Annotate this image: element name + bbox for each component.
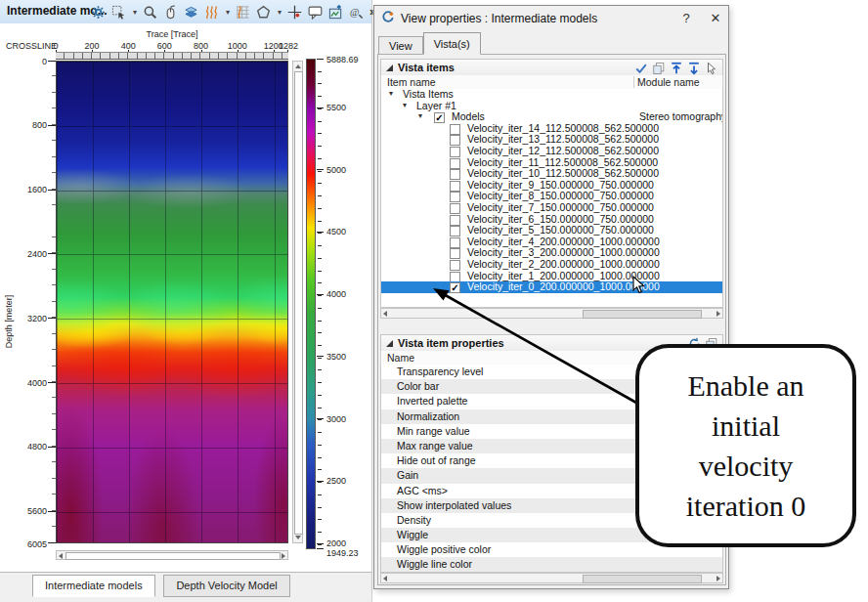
y-tick-mark (48, 318, 56, 319)
y-tick-mark (48, 253, 56, 254)
colorbar-label: 4500 (326, 227, 346, 236)
checkbox[interactable] (450, 124, 460, 135)
column-module-name[interactable]: Module name (637, 76, 700, 88)
dialog-tab-vistas[interactable]: Vista(s) (423, 32, 481, 55)
colorbar-label: 5500 (326, 103, 346, 112)
velocity-heatmap[interactable] (56, 61, 288, 543)
tree-item-velocity-iter-12[interactable]: Velocity_iter_12_112.500008_562.500000 (381, 146, 722, 157)
section-collapse-icon[interactable] (386, 64, 393, 71)
help-button[interactable]: ? (675, 11, 697, 25)
plot-vertical-scrollbar[interactable] (292, 61, 303, 543)
callout-line: Enable an (687, 366, 803, 406)
vista-items-tree: ▾Vista Items▾Layer #1▾✓ModelsStereo tomo… (380, 89, 723, 308)
zoom-icon[interactable] (143, 4, 157, 21)
scroll-thumb[interactable] (65, 552, 281, 560)
scroll-right-icon[interactable] (716, 311, 720, 317)
colorbar-tick-mark (317, 294, 324, 295)
crosshair-icon[interactable] (287, 4, 302, 21)
vista-items-section-header[interactable]: Vista items (380, 59, 723, 76)
scroll-left-icon[interactable] (59, 553, 63, 559)
dialog-titlebar[interactable]: View properties : Intermediate models ? … (374, 6, 728, 31)
select-tool-icon[interactable] (111, 4, 126, 21)
scroll-left-icon[interactable] (383, 576, 387, 581)
section-collapse-icon[interactable] (386, 340, 393, 347)
scroll-thumb[interactable] (294, 71, 303, 535)
dropdown-arrow-icon[interactable]: ▾ (226, 8, 230, 17)
move-bottom-icon[interactable] (687, 61, 701, 75)
scroll-up-icon[interactable] (295, 64, 301, 68)
dialog-tab-view[interactable]: View (378, 36, 423, 55)
plot-horizontal-scrollbar[interactable] (56, 550, 288, 560)
checkbox[interactable] (450, 248, 460, 259)
checkbox[interactable] (450, 181, 460, 192)
check-icon[interactable] (634, 61, 648, 75)
view-tab-depth-velocity-model[interactable]: Depth Velocity Model (163, 575, 289, 597)
scroll-down-icon[interactable] (295, 536, 301, 539)
mouse-tool-icon[interactable] (163, 4, 178, 21)
expander-icon[interactable]: ▾ (389, 89, 393, 100)
checkbox[interactable]: ✓ (450, 282, 460, 293)
checkbox[interactable] (450, 226, 460, 236)
trace-grid-icon[interactable] (236, 4, 250, 21)
tree-item-velocity-iter-0[interactable]: ✓Velocity_iter_0_200.000000_1000.000000 (381, 281, 722, 293)
y-tick-mark (48, 382, 56, 383)
scroll-right-icon[interactable] (716, 576, 720, 581)
vista-items-column-header[interactable]: Item name Module name (380, 75, 723, 90)
tree-item-velocity-iter-2[interactable]: Velocity_iter_2_200.000000_1000.000000 (381, 259, 722, 271)
colorbar-tick-mark (317, 59, 324, 60)
export-image-icon[interactable] (328, 4, 343, 21)
expander-icon[interactable]: ▾ (403, 100, 407, 111)
y-tick-label: 4000 (4, 378, 47, 388)
checkbox[interactable] (450, 192, 460, 202)
column-item-name[interactable]: Item name (387, 76, 436, 88)
gear-icon[interactable] (91, 4, 106, 21)
property-row-wiggle-line-color[interactable]: Wiggle line color (381, 557, 722, 572)
tree-item-label: Velocity_iter_2_200.000000_1000.000000 (467, 259, 660, 271)
checkbox[interactable] (450, 203, 460, 214)
tree-horizontal-scrollbar[interactable] (380, 308, 723, 319)
checkbox[interactable] (450, 260, 460, 271)
view-tab-intermediate-models[interactable]: Intermediate models (32, 575, 155, 597)
comment-icon[interactable] (308, 4, 323, 21)
hand-pointer-icon[interactable] (705, 61, 718, 75)
y-tick-label: 0 (4, 57, 47, 66)
checkbox[interactable] (450, 169, 460, 180)
column-name[interactable]: Name (387, 352, 414, 364)
properties-horizontal-scrollbar[interactable] (380, 573, 723, 583)
callout-bubble: Enable an initial velocity iteration 0 (635, 344, 856, 547)
tree-item-velocity-iter-5[interactable]: Velocity_iter_5_150.000000_750.000000 (381, 225, 722, 236)
colorbar-tick-mark (317, 543, 324, 544)
dialog-title: View properties : Intermediate models (401, 12, 597, 25)
column-separator[interactable] (633, 76, 634, 88)
tree-item-label: Velocity_iter_10_112.500008_562.500000 (467, 168, 659, 180)
expander-icon[interactable]: ▾ (418, 110, 422, 122)
checkbox[interactable] (450, 237, 460, 248)
layers-icon[interactable] (184, 4, 198, 21)
colorbar-tick-mark (317, 418, 324, 419)
checkbox[interactable] (450, 272, 460, 282)
move-top-icon[interactable] (670, 61, 683, 75)
dropdown-arrow-icon[interactable]: ▾ (278, 8, 282, 17)
polygon-icon[interactable] (256, 4, 271, 21)
tree-item-vista-items[interactable]: ▾Vista Items (381, 89, 722, 101)
scroll-thumb[interactable] (583, 310, 702, 319)
scroll-left-icon[interactable] (383, 311, 387, 317)
checkbox[interactable] (450, 158, 460, 169)
scroll-right-icon[interactable] (282, 553, 285, 559)
copy-icon[interactable] (652, 61, 666, 75)
y-tick-mark (48, 511, 56, 512)
dropdown-arrow-icon[interactable]: ▾ (133, 8, 137, 17)
checkbox[interactable] (450, 215, 460, 226)
y-tick-mark (48, 190, 56, 191)
checkbox[interactable] (450, 147, 460, 157)
dialog-tab-bar: ViewVista(s) (378, 31, 481, 55)
checkbox[interactable]: ✓ (434, 112, 445, 123)
tree-item-velocity-iter-10[interactable]: Velocity_iter_10_112.500008_562.500000 (381, 168, 722, 180)
locate-icon[interactable]: @ (349, 4, 364, 21)
scroll-thumb[interactable] (583, 575, 702, 583)
close-button[interactable]: ✕ (705, 11, 726, 25)
y-tick-mark (48, 125, 56, 126)
wiggle-trace-icon[interactable] (204, 4, 219, 21)
tree-item-velocity-iter-7[interactable]: Velocity_iter_7_150.000000_750.000000 (381, 202, 722, 214)
checkbox[interactable] (450, 135, 460, 146)
